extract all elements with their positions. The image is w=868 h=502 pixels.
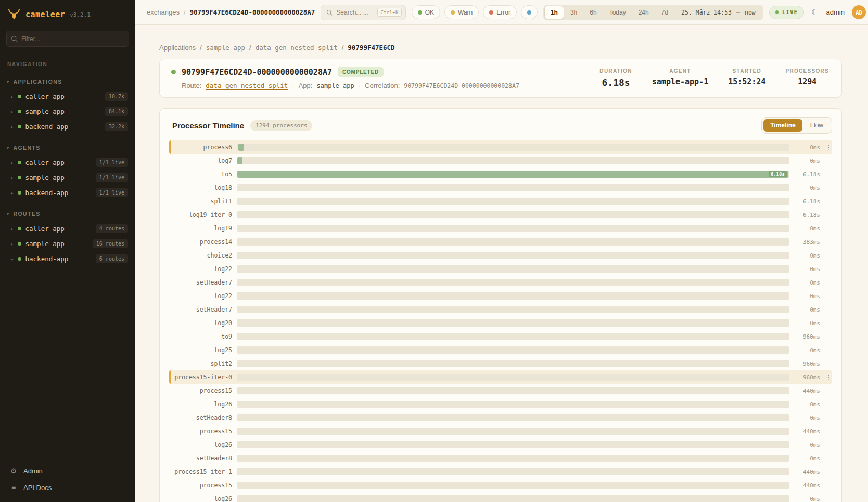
status-dot: [18, 161, 21, 164]
row-duration: 6.18s: [794, 198, 820, 205]
sidebar-filter[interactable]: [6, 31, 129, 47]
timeline-row[interactable]: process15 440ms ⋮: [169, 384, 832, 397]
timeline-row[interactable]: process6 0ms ⋮: [169, 140, 832, 154]
timeline-row[interactable]: log22 0ms ⋮: [169, 289, 832, 303]
status-filter-chip[interactable]: Warn: [444, 5, 479, 19]
exchange-meta: Route: data-gen-nested-split · App: samp…: [182, 82, 519, 89]
nav-group-header-applications[interactable]: ▾ APPLICATIONS: [0, 72, 135, 89]
breadcrumb-applications[interactable]: Applications: [159, 44, 196, 52]
breadcrumb-exchanges-link[interactable]: exchanges: [147, 8, 180, 16]
timeline-row[interactable]: log7 0ms ⋮: [169, 154, 832, 168]
sidebar-item-route[interactable]: ▸ backend-app 6 routes: [0, 251, 135, 266]
timeline-row[interactable]: log25 0ms ⋮: [169, 343, 832, 357]
timeline-row[interactable]: split2 960ms ⋮: [169, 357, 832, 370]
timeline-track: [237, 319, 789, 327]
status-filter-chip[interactable]: [521, 5, 538, 19]
sidebar-item-route[interactable]: ▸ caller-app 4 routes: [0, 221, 135, 236]
timeline-row[interactable]: process14 383ms ⋮: [169, 235, 832, 249]
sidebar-item-agent[interactable]: ▸ caller-app 1/1 live: [0, 155, 135, 170]
timeline-row[interactable]: log26 0ms ⋮: [169, 492, 832, 502]
timeline-row[interactable]: log18 0ms ⋮: [169, 181, 832, 195]
timeline-title: Processor Timeline: [172, 121, 244, 130]
timeline-track: [237, 144, 789, 151]
status-dot: [18, 95, 21, 98]
search-shortcut: Ctrl+K: [377, 8, 401, 17]
timeline-row[interactable]: setHeader7 0ms ⋮: [169, 303, 832, 316]
processor-name: log20: [171, 319, 232, 327]
sidebar-item-agent[interactable]: ▸ sample-app 1/1 live: [0, 170, 135, 185]
timeline-bar: [238, 144, 244, 151]
timeline-row[interactable]: log19 0ms ⋮: [169, 222, 832, 235]
caret-down-icon: ▾: [7, 146, 9, 150]
processor-name: log22: [171, 265, 232, 273]
timeline-row[interactable]: choice2 0ms ⋮: [169, 249, 832, 262]
timeline-row[interactable]: log26 0ms ⋮: [169, 438, 832, 452]
timeline-row[interactable]: process15-iter-1 440ms ⋮: [169, 465, 832, 479]
sidebar-item-application[interactable]: ▸ backend-app 32.2k: [0, 119, 135, 134]
status-filter-chip[interactable]: OK: [412, 5, 440, 19]
timeline-row[interactable]: setHeader8 0ms ⋮: [169, 452, 832, 465]
time-range-button[interactable]: Today: [603, 6, 632, 19]
time-range-button[interactable]: 1h: [544, 6, 564, 19]
search-input[interactable]: [336, 9, 374, 16]
breadcrumb-route[interactable]: data-gen-nested-split: [256, 44, 338, 52]
sidebar-item-label: sample-app: [25, 108, 65, 115]
sidebar-item-route[interactable]: ▸ sample-app 16 routes: [0, 236, 135, 251]
sidebar-item-agent[interactable]: ▸ backend-app 1/1 live: [0, 185, 135, 200]
timeline-row[interactable]: process15 440ms ⋮: [169, 424, 832, 438]
avatar[interactable]: AD: [852, 5, 866, 19]
search-box[interactable]: Ctrl+K: [321, 5, 405, 20]
nav-group-header-routes[interactable]: ▾ ROUTES: [0, 204, 135, 221]
sidebar-item-api-docs[interactable]: ≡ API Docs: [0, 479, 135, 496]
timeline-row[interactable]: log22 0ms ⋮: [169, 262, 832, 276]
timeline-row[interactable]: setHeader8 0ms ⋮: [169, 411, 832, 424]
app-value: sample-app: [316, 82, 354, 89]
time-range-button[interactable]: 24h: [632, 6, 655, 19]
timeline-row[interactable]: log20 0ms ⋮: [169, 316, 832, 330]
timeline-row[interactable]: to5 6.18s 6.18s ⋮: [169, 168, 832, 181]
timeline-row[interactable]: process15-iter-0 960ms ⋮: [169, 370, 832, 384]
timeline-track: [237, 184, 789, 191]
sidebar-item-admin[interactable]: ⚙ Admin: [0, 462, 135, 479]
timeline-row[interactable]: setHeader7 0ms ⋮: [169, 276, 832, 289]
timeline-track: [237, 292, 789, 300]
filter-input[interactable]: [6, 31, 129, 47]
status-filter-chip[interactable]: Error: [483, 5, 517, 19]
timeline-row[interactable]: to9 960ms ⋮: [169, 330, 832, 343]
row-menu-icon[interactable]: ⋮: [825, 144, 832, 151]
sidebar-item-application[interactable]: ▸ sample-app 84.1k: [0, 104, 135, 119]
breadcrumb-separator: /: [342, 44, 344, 52]
breadcrumb-app[interactable]: sample-app: [206, 44, 245, 52]
time-range-button[interactable]: 7d: [655, 6, 674, 19]
nav-group-agents: ▾ AGENTS ▸ caller-app 1/1 live ▸ sample-…: [0, 138, 135, 200]
goat-logo-icon: [7, 8, 21, 21]
status-dot: [18, 125, 21, 128]
row-duration: 0ms: [794, 252, 820, 259]
dark-mode-icon[interactable]: ☾: [811, 7, 819, 17]
route-link[interactable]: data-gen-nested-split: [206, 82, 288, 89]
status-dot: [418, 10, 422, 15]
time-range-button[interactable]: 3h: [564, 6, 583, 19]
time-range-button[interactable]: 6h: [583, 6, 603, 19]
timeline-row[interactable]: split1 6.18s ⋮: [169, 195, 832, 208]
topbar: exchanges / 90799F47E6CD24D-000000000000…: [135, 0, 868, 25]
live-toggle[interactable]: LIVE: [769, 6, 805, 19]
processor-name: process15: [171, 387, 232, 394]
sidebar-item-application[interactable]: ▸ caller-app 10.7k: [0, 89, 135, 104]
view-toggle-button[interactable]: Flow: [803, 119, 830, 132]
timeline-row[interactable]: log26 0ms ⋮: [169, 397, 832, 411]
row-menu-icon[interactable]: ⋮: [825, 374, 832, 381]
row-duration: 0ms: [794, 415, 820, 421]
view-toggle-button[interactable]: Timeline: [763, 119, 802, 132]
processor-name: to9: [171, 333, 232, 340]
timeline-track: [237, 306, 789, 313]
timeline-row[interactable]: process15 440ms ⋮: [169, 479, 832, 492]
nav-group-header-agents[interactable]: ▾ AGENTS: [0, 138, 135, 155]
metric-label: STARTED: [728, 68, 765, 74]
timeline-row[interactable]: log19-iter-0 6.18s ⋮: [169, 208, 832, 222]
processor-name: setHeader7: [171, 306, 232, 313]
date-range-display[interactable]: 25. März 14:53 — now: [674, 9, 762, 16]
sidebar-item-badge: 1/1 live: [96, 188, 128, 197]
status-dot: [18, 257, 21, 261]
caret-right-icon: ▸: [11, 226, 14, 231]
